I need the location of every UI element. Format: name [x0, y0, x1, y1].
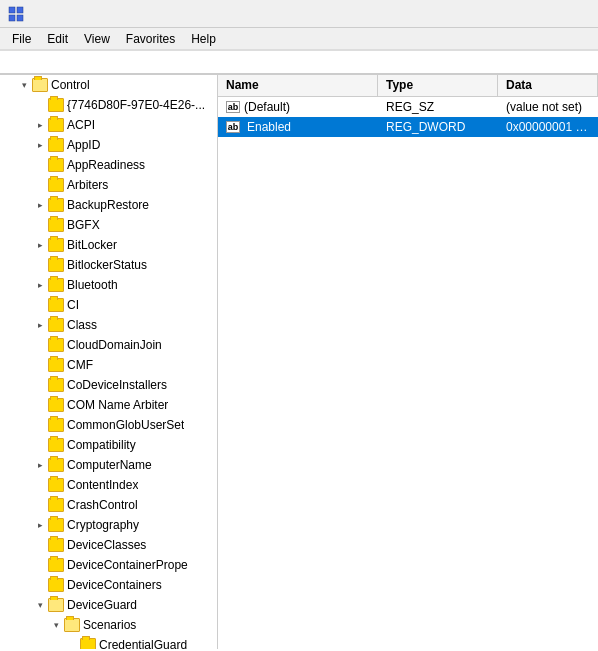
folder-icon-codeviceinstallers: [48, 378, 64, 392]
tree-item-arbiters[interactable]: Arbiters: [0, 175, 217, 195]
tree-item-acpi[interactable]: ▸ACPI: [0, 115, 217, 135]
tree-label-codeviceinstallers: CoDeviceInstallers: [67, 378, 167, 392]
col-header-name[interactable]: Name: [218, 75, 378, 96]
tree-label-class: Class: [67, 318, 97, 332]
folder-icon-scenarios: [64, 618, 80, 632]
folder-icon-deviceguard: [48, 598, 64, 612]
tree-item-commonglobuserset[interactable]: CommonGlobUserSet: [0, 415, 217, 435]
tree-item-codeviceinstallers[interactable]: CoDeviceInstallers: [0, 375, 217, 395]
tree-item-backuprestore[interactable]: ▸BackupRestore: [0, 195, 217, 215]
folder-icon-devicecontainers: [48, 578, 64, 592]
table-row-enabled[interactable]: abEnabledREG_DWORD0x00000001 (1): [218, 117, 598, 137]
tree-item-scenarios[interactable]: ▾Scenarios: [0, 615, 217, 635]
folder-icon-contentindex: [48, 478, 64, 492]
tree-label-bitlocker: BitLocker: [67, 238, 117, 252]
folder-icon-crashcontrol: [48, 498, 64, 512]
tree-item-appreadiness[interactable]: AppReadiness: [0, 155, 217, 175]
col-header-type[interactable]: Type: [378, 75, 498, 96]
cell-type-enabled: REG_DWORD: [378, 118, 498, 136]
tree-label-ci: CI: [67, 298, 79, 312]
folder-icon-compatibility: [48, 438, 64, 452]
expand-btn-cryptography[interactable]: ▸: [32, 517, 48, 533]
expand-btn-acpi[interactable]: ▸: [32, 117, 48, 133]
tree-label-comnamearbiter: COM Name Arbiter: [67, 398, 168, 412]
tree-item-deviceguard[interactable]: ▾DeviceGuard: [0, 595, 217, 615]
expand-btn-backuprestore[interactable]: ▸: [32, 197, 48, 213]
folder-icon-bgfx: [48, 218, 64, 232]
tree-item-comnamearbiter[interactable]: COM Name Arbiter: [0, 395, 217, 415]
tree-item-crashcontrol[interactable]: CrashControl: [0, 495, 217, 515]
expand-btn-bluetooth[interactable]: ▸: [32, 277, 48, 293]
tree-label-computername: ComputerName: [67, 458, 152, 472]
tree-label-scenarios: Scenarios: [83, 618, 136, 632]
tree-label-bitlockerstatus: BitlockerStatus: [67, 258, 147, 272]
tree-label-bgfx: BGFX: [67, 218, 100, 232]
menu-item-favorites[interactable]: Favorites: [118, 30, 183, 47]
expand-btn-appid[interactable]: ▸: [32, 137, 48, 153]
folder-icon-7746: [48, 98, 64, 112]
expand-btn-class[interactable]: ▸: [32, 317, 48, 333]
menu-bar: FileEditViewFavoritesHelp: [0, 28, 598, 50]
expand-btn-scenarios[interactable]: ▾: [48, 617, 64, 633]
tree-label-credentialguard: CredentialGuard: [99, 638, 187, 649]
tree-item-class[interactable]: ▸Class: [0, 315, 217, 335]
col-header-data[interactable]: Data: [498, 75, 598, 96]
tree-item-bluetooth[interactable]: ▸Bluetooth: [0, 275, 217, 295]
tree-item-bgfx[interactable]: BGFX: [0, 215, 217, 235]
tree-panel: ▾Control{7746D80F-97E0-4E26-...▸ACPI▸App…: [0, 75, 218, 649]
tree-label-arbiters: Arbiters: [67, 178, 108, 192]
tree-item-clouddomainjoin[interactable]: CloudDomainJoin: [0, 335, 217, 355]
expand-btn-deviceguard[interactable]: ▾: [32, 597, 48, 613]
tree-item-devicecontainerprope[interactable]: DeviceContainerPrope: [0, 555, 217, 575]
folder-icon-cryptography: [48, 518, 64, 532]
tree-item-contentindex[interactable]: ContentIndex: [0, 475, 217, 495]
tree-item-appid[interactable]: ▸AppID: [0, 135, 217, 155]
expand-btn-bitlocker[interactable]: ▸: [32, 237, 48, 253]
tree-item-bitlockerstatus[interactable]: BitlockerStatus: [0, 255, 217, 275]
cell-data-enabled: 0x00000001 (1): [498, 118, 598, 136]
menu-item-file[interactable]: File: [4, 30, 39, 47]
tree-item-compatibility[interactable]: Compatibility: [0, 435, 217, 455]
tree-label-cryptography: Cryptography: [67, 518, 139, 532]
folder-icon-class: [48, 318, 64, 332]
app-icon: [8, 6, 24, 22]
tree-item-credentialguard[interactable]: CredentialGuard: [0, 635, 217, 649]
tree-item-cryptography[interactable]: ▸Cryptography: [0, 515, 217, 535]
expand-btn-computername[interactable]: ▸: [32, 457, 48, 473]
folder-icon-devicecontainerprope: [48, 558, 64, 572]
folder-icon-cmf: [48, 358, 64, 372]
table-row-default[interactable]: ab(Default)REG_SZ(value not set): [218, 97, 598, 117]
tree-label-backuprestore: BackupRestore: [67, 198, 149, 212]
cell-name-default: ab(Default): [218, 98, 378, 116]
folder-icon-appid: [48, 138, 64, 152]
tree-label-devicecontainers: DeviceContainers: [67, 578, 162, 592]
tree-label-appreadiness: AppReadiness: [67, 158, 145, 172]
reg-name-default: (Default): [244, 100, 290, 114]
reg-icon-enabled: ab: [226, 121, 240, 133]
folder-icon-computername: [48, 458, 64, 472]
svg-rect-0: [9, 7, 15, 13]
tree-item-deviceclasses[interactable]: DeviceClasses: [0, 535, 217, 555]
svg-rect-3: [17, 15, 23, 21]
tree-item-devicecontainers[interactable]: DeviceContainers: [0, 575, 217, 595]
tree-item-bitlocker[interactable]: ▸BitLocker: [0, 235, 217, 255]
tree-label-commonglobuserset: CommonGlobUserSet: [67, 418, 184, 432]
folder-icon-bitlocker: [48, 238, 64, 252]
folder-icon-comnamearbiter: [48, 398, 64, 412]
menu-item-view[interactable]: View: [76, 30, 118, 47]
folder-icon-commonglobuserset: [48, 418, 64, 432]
folder-icon-deviceclasses: [48, 538, 64, 552]
menu-item-help[interactable]: Help: [183, 30, 224, 47]
menu-item-edit[interactable]: Edit: [39, 30, 76, 47]
tree-label-deviceguard: DeviceGuard: [67, 598, 137, 612]
tree-item-ci[interactable]: CI: [0, 295, 217, 315]
cell-data-default: (value not set): [498, 98, 598, 116]
expand-btn-control[interactable]: ▾: [16, 77, 32, 93]
tree-item-7746[interactable]: {7746D80F-97E0-4E26-...: [0, 95, 217, 115]
tree-item-computername[interactable]: ▸ComputerName: [0, 455, 217, 475]
tree-item-cmf[interactable]: CMF: [0, 355, 217, 375]
folder-icon-appreadiness: [48, 158, 64, 172]
tree-label-control: Control: [51, 78, 90, 92]
tree-item-control[interactable]: ▾Control: [0, 75, 217, 95]
tree-label-contentindex: ContentIndex: [67, 478, 138, 492]
